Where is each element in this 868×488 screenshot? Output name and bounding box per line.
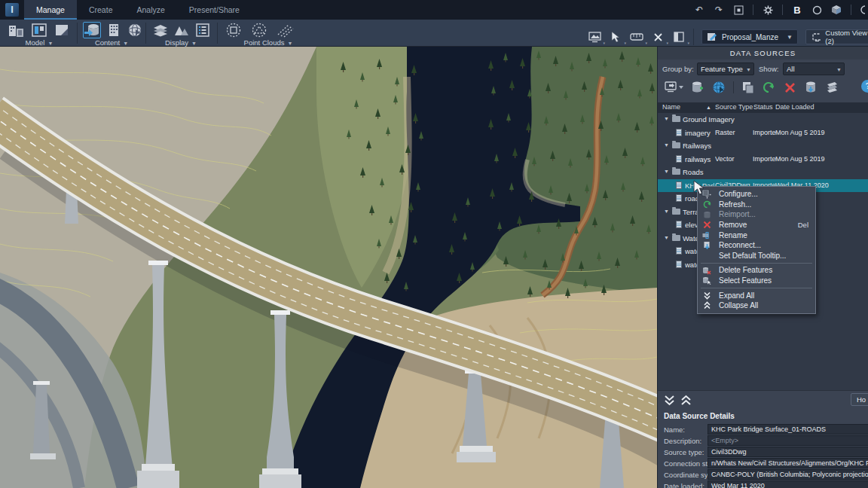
display-layers-icon[interactable] (152, 22, 169, 38)
bim-b-icon[interactable]: B (792, 5, 802, 15)
collapse-caret-icon[interactable]: ▼ (664, 169, 669, 174)
reimport-database-icon[interactable] (804, 81, 818, 95)
view-settings-icon[interactable] (588, 30, 601, 44)
menu-item-delete-features[interactable]: Delete Features (698, 265, 815, 276)
detail-row-name: Name: KHC Park Bridge Surface_01-ROADS (658, 424, 868, 435)
point-clouds-dropdown-caret[interactable]: ▼ (287, 41, 292, 46)
expand-all-icon[interactable] (664, 395, 676, 407)
detail-row-source-type: Source type: Civil3DDwg (658, 447, 868, 458)
display-list-icon[interactable] (194, 22, 211, 38)
menu-item-remove[interactable]: Remove Del (698, 220, 815, 230)
clipped-edge-icon[interactable] (860, 5, 865, 15)
pointcloud-terrain-icon[interactable] (250, 22, 268, 38)
proposal-selector[interactable]: Proposal_Manze ▼ (701, 29, 798, 44)
display-dropdown-caret[interactable]: ▼ (191, 41, 197, 46)
column-name[interactable]: Name (662, 103, 680, 111)
sync-status-icon[interactable] (811, 5, 822, 15)
menu-item-collapse-all[interactable]: Collapse All (698, 300, 815, 311)
tab-present-share[interactable]: Present/Share (177, 0, 252, 20)
app-logo[interactable]: I (5, 3, 19, 17)
model-properties-icon[interactable] (8, 22, 26, 38)
undo-icon[interactable]: ↶ (694, 5, 704, 15)
detail-row-description: Description: <Empty> (658, 435, 868, 447)
detail-value-date-loaded[interactable]: Wed Mar 11 2020 (708, 480, 868, 488)
clipped-edge-button[interactable]: Ho (851, 393, 868, 406)
redo-icon[interactable]: ↷ (714, 5, 724, 15)
panel-tool-icon[interactable] (672, 30, 686, 44)
cell-date-loaded: Mon Aug 5 2019 (775, 155, 866, 163)
details-heading: Data Source Details (664, 412, 735, 420)
select-arrow-icon[interactable] (609, 30, 622, 44)
table-header[interactable]: Name ▲ Source Type Status Date Loaded (658, 102, 868, 113)
data-source-icon (676, 129, 682, 136)
model-cube-icon[interactable] (831, 5, 842, 15)
menu-item-set-default-tooltip[interactable]: Set Default Tooltip... (698, 251, 815, 261)
delete-tool-icon[interactable] (651, 30, 665, 44)
show-select[interactable]: All▼ (783, 63, 845, 75)
proposal-value: Proposal_Manze (722, 33, 778, 41)
data-table-icon[interactable] (825, 81, 839, 95)
collapse-all-icon[interactable] (680, 395, 692, 407)
detail-value-coordinate-system[interactable]: CANBC-POLY (British Columbia; Polyconic … (708, 469, 868, 480)
menu-item-rename[interactable]: Rename (698, 230, 815, 240)
panel-title: DATA SOURCES (658, 47, 868, 59)
tree-item-railways[interactable]: railways Vector Imported Mon Aug 5 2019 (658, 153, 868, 166)
model-plan-icon[interactable] (53, 22, 71, 38)
detail-row-coordinate-system: Coordinate system: CANBC-POLY (British C… (658, 469, 868, 480)
item-label: railways (685, 155, 714, 163)
column-status[interactable]: Status (753, 103, 773, 111)
collapse-caret-icon[interactable]: ▼ (664, 235, 669, 240)
tree-item-imagery[interactable]: imagery Raster Imported Mon Aug 5 2019 (658, 127, 868, 140)
folder-icon (672, 169, 680, 175)
pointcloud-region-icon[interactable] (225, 22, 243, 38)
title-bar: I Manage Create Analyze Present/Share ↶ … (0, 0, 868, 20)
tree-folder-ground-imagery[interactable]: ▼Ground Imagery (658, 113, 868, 127)
refresh-icon (702, 200, 711, 209)
custom-view-button[interactable]: Custom View (2) (805, 29, 868, 44)
menu-item-configure[interactable]: Configure... (698, 189, 815, 200)
3d-viewport[interactable] (0, 47, 657, 488)
measure-tool-icon[interactable] (630, 30, 643, 44)
collapse-caret-icon[interactable]: ▼ (664, 116, 669, 121)
copy-data-source-icon[interactable] (741, 81, 755, 95)
tree-folder-roads[interactable]: ▼Roads (658, 166, 868, 179)
menu-item-reconnect[interactable]: Reconnect... (698, 240, 815, 251)
tab-analyze[interactable]: Analyze (124, 0, 176, 20)
detail-value-description[interactable]: <Empty> (708, 435, 868, 446)
column-source-type[interactable]: Source Type (715, 103, 753, 111)
model-panels-icon[interactable] (30, 22, 48, 38)
detail-value-connection-string[interactable]: n/Whats New/Civil Structures/Alignments/… (708, 458, 868, 468)
collapse-caret-icon[interactable]: ▼ (664, 209, 669, 214)
folder-icon (672, 209, 680, 215)
content-dropdown-caret[interactable]: ▼ (123, 41, 128, 46)
menu-item-select-features[interactable]: Select Features (698, 276, 815, 286)
connect-web-icon[interactable] (712, 81, 726, 95)
proposal-caret-icon[interactable]: ▼ (787, 34, 793, 41)
zoom-extents-icon[interactable] (733, 5, 744, 15)
detail-value-source-type[interactable]: Civil3DDwg (708, 447, 868, 457)
display-terrain-icon[interactable] (173, 22, 190, 38)
remove-icon[interactable] (783, 81, 797, 95)
model-dropdown-caret[interactable]: ▼ (47, 41, 53, 46)
data-sources-icon[interactable] (83, 22, 101, 38)
group-by-select[interactable]: Feature Type▼ (697, 63, 754, 75)
pointcloud-linear-icon[interactable] (276, 22, 294, 38)
menu-item-expand-all[interactable]: Expand All (698, 290, 815, 300)
refresh-icon[interactable] (762, 81, 776, 95)
content-building-icon[interactable] (105, 22, 122, 38)
content-web-icon[interactable] (127, 22, 143, 38)
tree-folder-railways[interactable]: ▼Railways (658, 139, 868, 153)
add-data-source-dropdown-icon[interactable] (664, 81, 684, 95)
tab-manage[interactable]: Manage (24, 0, 77, 20)
collapse-caret-icon[interactable]: ▼ (664, 142, 669, 148)
add-database-icon[interactable] (691, 81, 705, 95)
settings-gear-icon[interactable] (763, 5, 773, 15)
menu-item-reimport[interactable]: Reimport... (698, 209, 815, 220)
menu-label: Set Default Tooltip... (719, 252, 786, 260)
menu-label: Configure... (719, 190, 758, 198)
group-label-point-clouds: Point Clouds (244, 38, 285, 47)
column-date-loaded[interactable]: Date Loaded (775, 103, 815, 111)
menu-item-refresh[interactable]: Refresh... (698, 200, 815, 210)
tab-create[interactable]: Create (77, 0, 125, 20)
detail-value-name[interactable]: KHC Park Bridge Surface_01-ROADS (708, 424, 868, 435)
